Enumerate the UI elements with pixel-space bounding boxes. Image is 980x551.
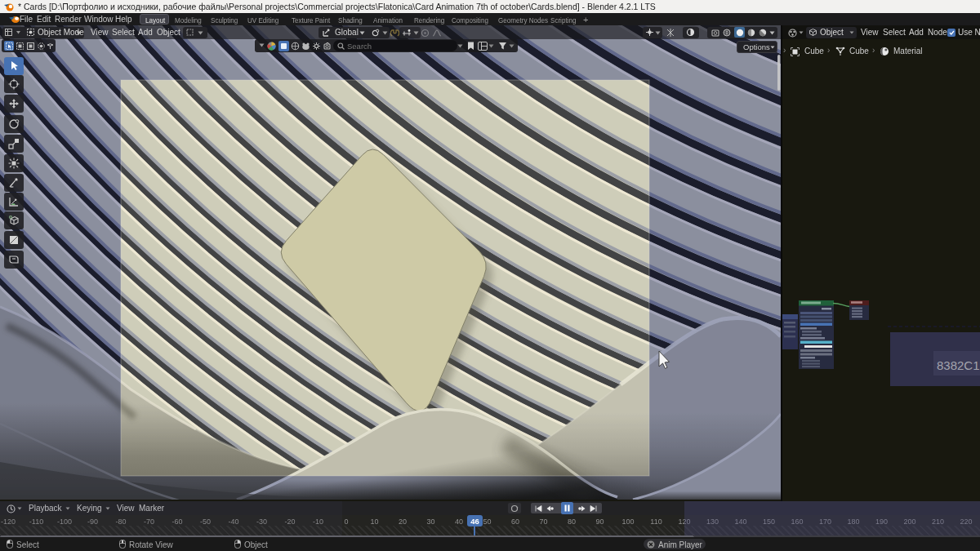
svg-text:8382C1: 8382C1 xyxy=(937,358,980,372)
